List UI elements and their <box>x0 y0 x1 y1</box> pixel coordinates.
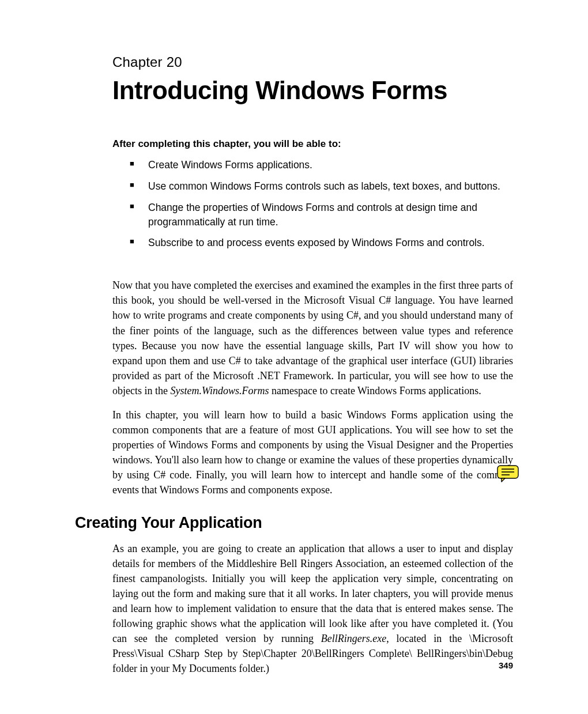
objective-item: Subscribe to and process events exposed … <box>130 236 513 250</box>
intro-paragraph-1: Now that you have completed the exercise… <box>112 278 513 398</box>
para1-text-post: namespace to create Windows Forms applic… <box>269 385 481 396</box>
objective-item: Create Windows Forms applications. <box>130 158 513 172</box>
chapter-title: Introducing Windows Forms <box>112 76 513 105</box>
objectives-intro: After completing this chapter, you will … <box>112 138 513 150</box>
objective-item: Change the properties of Windows Forms a… <box>130 201 513 229</box>
section-paragraph-1: As an example, you are going to create a… <box>112 541 513 677</box>
para1-italic: System.Windows.Forms <box>170 385 269 396</box>
para3-text-pre: As an example, you are going to create a… <box>112 543 513 645</box>
para1-text-pre: Now that you have completed the exercise… <box>112 279 513 396</box>
section-heading: Creating Your Application <box>75 514 513 532</box>
page-number: 349 <box>499 660 513 670</box>
objectives-list: Create Windows Forms applications. Use c… <box>130 158 513 250</box>
objective-item: Use common Windows Forms controls such a… <box>130 179 513 194</box>
page-container: Chapter 20 Introducing Windows Forms Aft… <box>0 0 588 714</box>
chapter-label: Chapter 20 <box>112 54 513 70</box>
note-icon <box>497 465 519 482</box>
para3-italic: BellRingers.exe <box>321 633 386 644</box>
intro-paragraph-2: In this chapter, you will learn how to b… <box>112 407 513 498</box>
